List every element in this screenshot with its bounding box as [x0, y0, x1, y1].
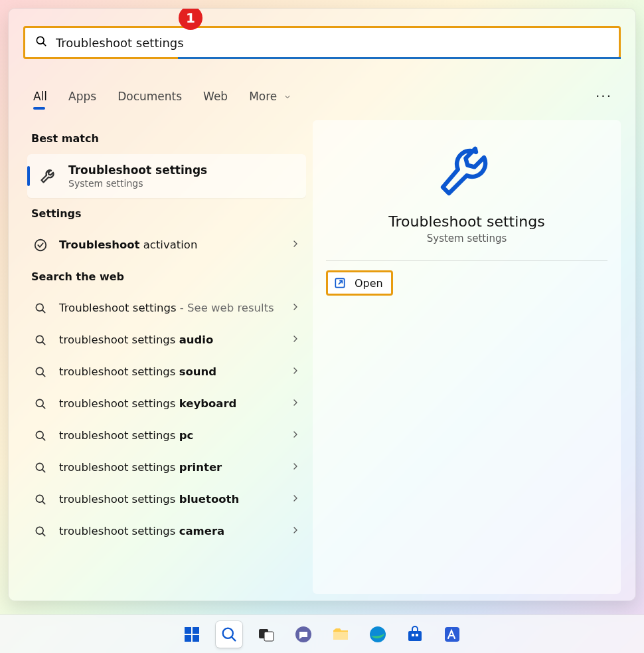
- chevron-right-icon: [290, 525, 301, 538]
- svg-rect-23: [193, 635, 199, 642]
- svg-line-4: [42, 310, 45, 313]
- svg-line-12: [42, 438, 45, 440]
- results-column: Best match Troubleshoot settings System …: [27, 123, 306, 598]
- svg-rect-29: [333, 632, 348, 640]
- web-result[interactable]: troubleshoot settings bluetooth: [27, 484, 306, 515]
- tab-more[interactable]: More: [248, 86, 293, 107]
- svg-rect-21: [193, 627, 199, 634]
- taskbar-search[interactable]: [216, 621, 242, 648]
- result-label: troubleshoot settings keyboard: [59, 397, 280, 411]
- wrench-icon: [39, 167, 58, 185]
- best-match-subtitle: System settings: [68, 178, 207, 189]
- search-bar[interactable]: [23, 26, 621, 59]
- search-icon: [33, 396, 48, 412]
- web-result[interactable]: troubleshoot settings camera: [27, 515, 306, 547]
- tab-all[interactable]: All: [32, 86, 48, 107]
- web-result[interactable]: Troubleshoot settings - See web results: [27, 292, 306, 324]
- search-icon: [33, 492, 48, 508]
- svg-rect-33: [416, 634, 418, 636]
- search-icon: [33, 523, 48, 539]
- result-label: Troubleshoot settings - See web results: [59, 301, 280, 316]
- chevron-down-icon: [283, 93, 291, 101]
- section-best-match: Best match: [31, 132, 302, 145]
- filter-tabs: All Apps Documents Web More ···: [32, 83, 612, 110]
- tab-documents[interactable]: Documents: [116, 86, 183, 107]
- more-actions-button[interactable]: ···: [596, 88, 612, 104]
- result-label: troubleshoot settings printer: [59, 460, 280, 475]
- result-label: Troubleshoot activation: [59, 238, 280, 252]
- tab-apps[interactable]: Apps: [67, 86, 98, 107]
- svg-line-18: [42, 533, 45, 536]
- web-result[interactable]: troubleshoot settings audio: [27, 324, 306, 356]
- best-match-title: Troubleshoot settings: [68, 163, 207, 177]
- taskbar-explorer[interactable]: [327, 621, 354, 648]
- tab-more-label: More: [249, 90, 277, 103]
- svg-line-16: [42, 502, 45, 504]
- taskbar: [0, 614, 644, 653]
- chevron-right-icon: [290, 302, 301, 315]
- svg-rect-34: [445, 627, 459, 642]
- chevron-right-icon: [290, 493, 301, 506]
- result-label: troubleshoot settings audio: [59, 333, 280, 347]
- svg-line-8: [42, 374, 45, 377]
- result-label: troubleshoot settings pc: [59, 428, 280, 443]
- svg-line-25: [232, 636, 236, 640]
- taskbar-app[interactable]: [439, 621, 465, 648]
- open-external-icon: [333, 276, 347, 290]
- detail-pane: Troubleshoot settings System settings 2 …: [313, 120, 621, 594]
- best-match-card[interactable]: Troubleshoot settings System settings: [27, 154, 306, 198]
- svg-rect-22: [185, 635, 191, 642]
- svg-rect-20: [185, 627, 191, 634]
- section-settings: Settings: [31, 207, 302, 220]
- taskbar-edge[interactable]: [364, 621, 391, 648]
- start-search-panel: 1 All Apps Documents Web More ··· Best m…: [8, 8, 636, 601]
- search-icon: [33, 460, 48, 476]
- svg-line-6: [42, 342, 45, 345]
- taskbar-start[interactable]: [179, 621, 205, 648]
- open-button[interactable]: Open: [326, 270, 393, 296]
- search-icon: [33, 364, 48, 380]
- svg-rect-32: [412, 634, 414, 636]
- taskbar-chat[interactable]: [290, 621, 317, 648]
- taskbar-store[interactable]: [402, 621, 428, 648]
- web-result[interactable]: troubleshoot settings sound: [27, 356, 306, 388]
- search-icon: [33, 332, 48, 348]
- chevron-right-icon: [290, 397, 301, 411]
- svg-line-1: [43, 43, 46, 46]
- web-result[interactable]: troubleshoot settings pc: [27, 420, 306, 452]
- chevron-right-icon: [290, 429, 301, 442]
- search-icon: [33, 428, 48, 444]
- open-label: Open: [355, 277, 383, 290]
- search-input[interactable]: [56, 36, 609, 50]
- search-icon: [33, 300, 48, 316]
- chevron-right-icon: [290, 365, 301, 379]
- search-icon: [35, 35, 48, 50]
- svg-point-2: [35, 240, 46, 251]
- wrench-large-icon: [435, 140, 499, 204]
- svg-rect-31: [408, 631, 422, 641]
- check-circle-icon: [33, 237, 48, 253]
- svg-line-14: [42, 470, 45, 472]
- detail-title: Troubleshoot settings: [326, 213, 607, 230]
- result-label: troubleshoot settings sound: [59, 365, 280, 379]
- taskbar-taskview[interactable]: [253, 621, 280, 648]
- settings-result[interactable]: Troubleshoot activation: [27, 229, 306, 261]
- section-web: Search the web: [31, 270, 302, 283]
- result-label: troubleshoot settings bluetooth: [59, 492, 280, 507]
- web-result[interactable]: troubleshoot settings keyboard: [27, 388, 306, 420]
- svg-rect-27: [264, 632, 274, 641]
- web-result[interactable]: troubleshoot settings printer: [27, 452, 306, 484]
- detail-subtitle: System settings: [326, 233, 607, 244]
- svg-line-10: [42, 406, 45, 409]
- chevron-right-icon: [290, 333, 301, 347]
- divider: [326, 260, 607, 261]
- chevron-right-icon: [290, 238, 301, 252]
- tab-web[interactable]: Web: [202, 86, 229, 107]
- chevron-right-icon: [290, 461, 301, 474]
- result-label: troubleshoot settings camera: [59, 524, 280, 539]
